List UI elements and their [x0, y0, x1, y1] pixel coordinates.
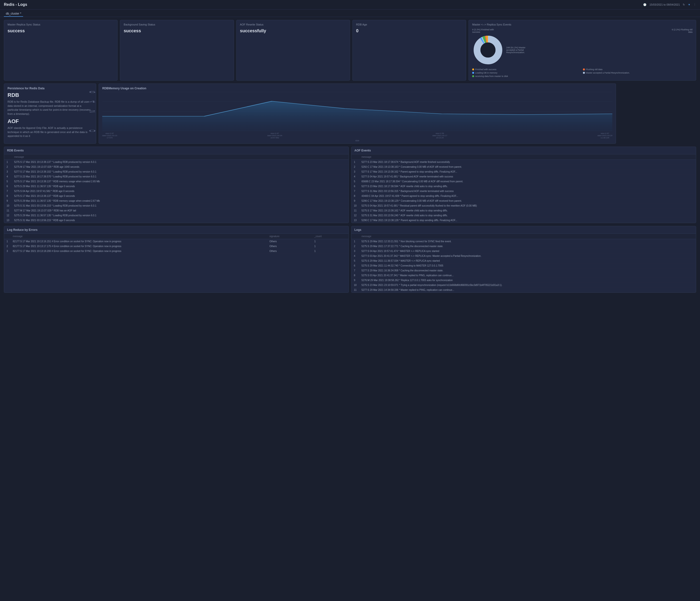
row-signature: Others — [267, 244, 312, 249]
row-message: 5275:S 04 Apr 2021 19:57:41.681 * Residu… — [359, 203, 696, 208]
tab-bar: db_cluster * — [0, 9, 700, 17]
table-row: 105275:S 31 Mar 2021 03:13:56.215 * Load… — [4, 203, 349, 208]
rdb-heading: RDB — [7, 92, 93, 98]
row-message: 5290:C 17 Mar 2021 19:13:38.129 * Concat… — [359, 198, 696, 203]
row-num: 3 — [351, 169, 359, 174]
row-message: 5277:S 31 Mar 2021 03:13:56.315 * Backgr… — [359, 189, 696, 193]
rdb-age-value: 0 — [356, 28, 462, 33]
table-row: 65275:S 29 Mar 2021 11:36:57.135 * RDB a… — [4, 184, 349, 189]
legend-finished: Finished with success — [472, 68, 582, 71]
refresh-icon[interactable]: ↻ — [683, 3, 685, 6]
tab-db-cluster[interactable]: db_cluster * — [4, 11, 23, 17]
row-num: 6 — [4, 184, 12, 189]
lr-num-header — [4, 234, 10, 239]
log-reduce-panel: Log Reduce by Errors message signature _… — [4, 226, 349, 293]
sync-label-top-right: 6 (2.2%) Flushing old data — [671, 28, 693, 33]
row-num: 2 — [4, 164, 12, 169]
row-message: 5275:S 31 Mar 2021 03:13:56.240 * AOF re… — [359, 213, 696, 218]
sync-legend: Finished with success Flushing old data … — [472, 68, 693, 77]
table-row: 282177:S 17 Mar 2021 19:13:17.175 # Erro… — [4, 244, 349, 249]
row-num: 7 — [351, 189, 359, 193]
row-num: 8 — [351, 273, 359, 278]
status-row: Master Replica Sync Status success Backg… — [4, 20, 696, 81]
table-row: 182177:S 17 Mar 2021 19:13:16.151 # Erro… — [4, 239, 349, 244]
more-icon[interactable]: ⋮ — [694, 3, 696, 6]
row-message: 5275:S 17 Mar 2021 19:13:38.162 * AOF re… — [359, 208, 696, 213]
table-row: 115277:S 29 Mar 2021 14:34:58.336 * Mast… — [351, 287, 696, 292]
sync-label-bottom-right: 248 (91.2%) Master accepted a Partial Re… — [506, 46, 525, 54]
row-num: 1 — [4, 239, 10, 244]
middle-row: Persistence for Redis Data RDB RDB is fo… — [4, 83, 696, 144]
row-num: 1 — [351, 239, 359, 244]
row-message: 5275:S 29 Mar 2021 17:37:22.771 * Cachin… — [359, 244, 696, 249]
table-row: 25292:C 17 Mar 2021 19:13:38.163 * Conca… — [351, 164, 696, 169]
row-message: 5275:S 23 Mar 2021 23:10:59.071 * Trying… — [359, 283, 696, 287]
row-message: 5275:S 17 Mar 2021 19:13:38.137 * RDB me… — [12, 179, 349, 184]
table-row: 25275:M 17 Mar 2021 19:13:37.029 * RDB a… — [4, 164, 349, 169]
row-num: 2 — [351, 244, 359, 249]
svg-point-5 — [480, 43, 496, 57]
logs-panel: Logs message 15275:S 29 Mar 2021 12:33:2… — [351, 226, 696, 293]
table-row: 95290:C 17 Mar 2021 19:13:38.129 * Conca… — [351, 198, 696, 203]
row-message: 43400:C 04 Apr 2021 19:57:41.609 * Paren… — [359, 193, 696, 198]
table-row: 843400:C 04 Apr 2021 19:57:41.609 * Pare… — [351, 193, 696, 198]
row-count: 1 — [312, 244, 349, 249]
row-message: 5275:S 31 Mar 2021 03:13:56.215 * Loadin… — [12, 203, 349, 208]
row-num: 10 — [4, 203, 12, 208]
row-num: 11 — [4, 208, 12, 213]
row-num: 8 — [4, 193, 12, 198]
row-message: 5277:S 17 Mar 2021 19:13:38.162 * Parent… — [359, 169, 696, 174]
table-row: 55275:S 17 Mar 2021 19:13:38.137 * RDB m… — [4, 179, 349, 184]
table-row: 115275:S 17 Mar 2021 19:13:38.162 * AOF … — [351, 208, 696, 213]
row-num: 9 — [351, 198, 359, 203]
sync-label-top-left: 6 (2.2%) Finished with success — [472, 28, 494, 33]
svg-text:6: 6 — [89, 91, 96, 94]
table-row: 85275:S 17 Mar 2021 19:13:38.137 * RDB a… — [4, 193, 349, 198]
row-message: 5275:S 29 Mar 2021 11:44:32.740 * Connec… — [359, 263, 696, 268]
aof-num-header — [351, 154, 359, 160]
row-message: 82177:S 17 Mar 2021 19:13:17.175 # Error… — [10, 244, 267, 249]
row-num: 3 — [4, 169, 12, 174]
row-num: 3 — [4, 249, 10, 254]
row-num: 4 — [351, 174, 359, 179]
row-num: 5 — [4, 179, 12, 184]
row-num: 13 — [4, 218, 12, 223]
rdb-memory-panel: RDBMemory Usage on Creation — [99, 83, 616, 144]
legend-partial: Master accepted a Partial Resynchronizat… — [583, 72, 693, 74]
events-row: RDB Events message 15275:S 17 Mar 2021 1… — [4, 147, 696, 223]
clock-icon: 🕐 — [643, 3, 647, 6]
table-row: 135290:C 17 Mar 2021 19:13:38.128 * Pare… — [351, 218, 696, 223]
row-message: 5275:S 31 Mar 2021 03:13:56.215 * RDB ag… — [12, 218, 349, 223]
rdb-memory-title: RDBMemory Usage on Creation — [102, 87, 612, 90]
row-message: 5275:S 17 Mar 2021 19:13:38.137 * RDB ag… — [12, 193, 349, 198]
aof-message-header: message — [359, 154, 696, 160]
aof-rewrite-title: AOF Rewrite Status — [240, 23, 346, 26]
rdb-message-header: message — [12, 154, 349, 160]
row-message: 5275:S 29 Mar 2021 12:33:21.551 * Non bl… — [359, 239, 696, 244]
rdb-text: RDB is for Redis Database Backup file. R… — [7, 100, 93, 116]
row-num: 4 — [4, 174, 12, 179]
row-num: 1 — [4, 159, 12, 164]
row-signature: Others — [267, 239, 312, 244]
legend-loading: Loading DB in memory — [472, 72, 582, 74]
logs-title: Logs — [351, 226, 696, 234]
row-message: 5277:S 23 Mar 2021 18:17:38.674 * Backgr… — [359, 159, 696, 164]
row-num: 4 — [351, 254, 359, 258]
table-row: 35277:S 04 Apr 2021 19:57:41.474 * MASTE… — [351, 249, 696, 254]
table-row: 25275:S 29 Mar 2021 17:37:22.771 * Cachi… — [351, 244, 696, 249]
table-row: 45277:S 23 Mar 2021 18:17:38.570 * Loadi… — [4, 174, 349, 179]
bg-saving-value: success — [124, 28, 230, 33]
row-num: 7 — [351, 268, 359, 273]
row-num: 6 — [351, 184, 359, 189]
master-replica-title: Master Replica Sync Status — [7, 23, 114, 26]
row-message: 5277:S 23 Mar 2021 18:17:38.570 * Loadin… — [12, 174, 349, 179]
row-num: 11 — [351, 208, 359, 213]
bg-saving-title: Background Saving Status — [124, 23, 230, 26]
row-message: 5277:M 17 Mar 2021 19:13:37.029 * RDB ha… — [12, 208, 349, 213]
row-signature: Others — [267, 249, 312, 254]
row-num: 5 — [351, 179, 359, 184]
filter-icon[interactable]: ▼ — [688, 3, 691, 6]
table-row: 65275:S 29 Mar 2021 11:44:32.740 * Conne… — [351, 263, 696, 268]
table-row: 45277:S 03 Apr 2021 20:41:37.342 * MASTE… — [351, 254, 696, 258]
svg-marker-15 — [102, 101, 612, 131]
